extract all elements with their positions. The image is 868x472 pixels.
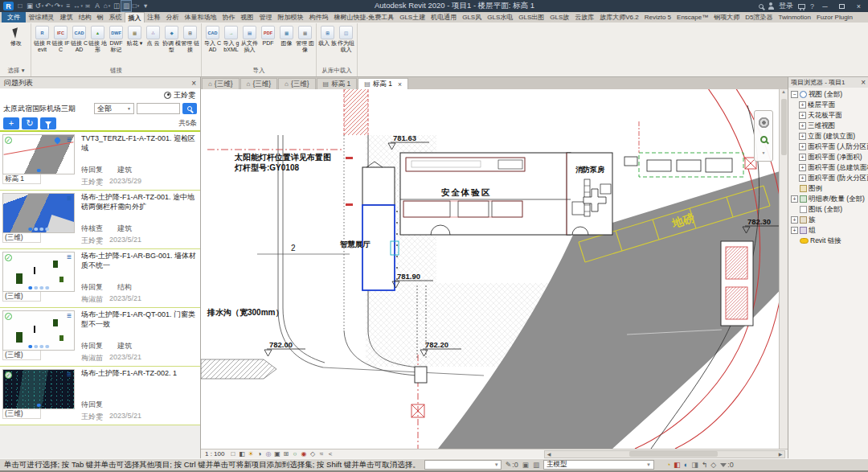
issue-thumbnail[interactable]: ✓≡ bbox=[2, 252, 75, 292]
view-tab-1[interactable]: ⌂{三维} bbox=[240, 78, 278, 89]
image-button[interactable]: ▦图像 bbox=[277, 24, 296, 47]
editing-requests-indicator[interactable]: ✎:0 bbox=[506, 461, 518, 469]
design-option-selector[interactable]: 主模型▼ bbox=[543, 460, 654, 470]
show-constraints-icon[interactable]: ≈ bbox=[317, 449, 326, 458]
pagination-dot[interactable] bbox=[34, 286, 38, 290]
scale-control[interactable]: 1 : 100 bbox=[203, 450, 226, 458]
ribbon-tab-18[interactable]: GLS水电 bbox=[485, 12, 516, 23]
reveal-hidden-elements-icon[interactable]: ◉ bbox=[299, 449, 308, 458]
crop-view-icon[interactable]: ▣ bbox=[272, 449, 281, 458]
tree-expander-icon[interactable]: + bbox=[799, 164, 806, 171]
issue-card-2[interactable]: ✓≡(三维)场布-土护降-F1-AR-BG-001. 墙体材质不统一待回复结构梅… bbox=[0, 249, 200, 308]
ribbon-tab-15[interactable]: GLS土建 bbox=[397, 12, 428, 23]
navigation-bar[interactable]: ▼ bbox=[754, 110, 773, 162]
tree-expander-icon[interactable]: + bbox=[799, 174, 806, 182]
add-issue-button[interactable]: + bbox=[3, 117, 19, 129]
pagination-dot[interactable] bbox=[34, 345, 38, 349]
redo-icon[interactable]: ↷▾ bbox=[54, 1, 63, 11]
select-links-icon[interactable]: ↰ bbox=[702, 460, 708, 470]
pagination-dot[interactable] bbox=[37, 169, 41, 173]
ribbon-tab-12[interactable]: 附加模块 bbox=[275, 12, 306, 23]
import-gbxml-button[interactable]: →导入 gbXML bbox=[222, 24, 240, 53]
pagination-dot[interactable] bbox=[34, 228, 38, 232]
tree-node-10[interactable]: +明细表/数量 (全部) bbox=[788, 194, 868, 204]
ribbon-tab-16[interactable]: 机电通用 bbox=[428, 12, 460, 23]
tree-node-11[interactable]: 图纸 (全部) bbox=[788, 204, 868, 215]
tree-node-1[interactable]: +楼层平面 bbox=[788, 100, 868, 110]
card-menu-icon[interactable]: ≡ bbox=[67, 370, 72, 379]
search-icon[interactable] bbox=[759, 4, 764, 9]
dwf-markup-button[interactable]: DWFDWF 标记 bbox=[107, 24, 125, 53]
tree-expander-icon[interactable]: − bbox=[791, 91, 798, 98]
aligned-dimension-icon[interactable]: ≍ bbox=[83, 1, 92, 11]
tree-expander-icon[interactable]: + bbox=[799, 133, 806, 140]
pagination-dot[interactable] bbox=[39, 345, 43, 349]
tree-node-4[interactable]: +立面 (建筑立面) bbox=[788, 131, 868, 142]
link-cad-button[interactable]: CAD链接 CAD bbox=[70, 24, 88, 53]
ribbon-tab-6[interactable]: 注释 bbox=[145, 12, 163, 23]
thin-lines-icon[interactable]: ▥ bbox=[121, 1, 131, 11]
issue-thumbnail[interactable]: ✓≡ bbox=[2, 310, 75, 351]
pagination-dot[interactable] bbox=[37, 404, 41, 408]
ribbon-tab-25[interactable]: 钢项大师 bbox=[711, 12, 743, 23]
tree-node-14[interactable]: Revit 链接 bbox=[788, 236, 868, 246]
scroll-left-icon[interactable]: ◀ bbox=[545, 451, 553, 457]
editing-requests-icon[interactable]: ◧ bbox=[674, 460, 681, 470]
tree-node-6[interactable]: +面积平面 (净面积) bbox=[788, 152, 868, 162]
issue-card-0[interactable]: ✓≡标高 1TVT3_TERZL-F1-A-TZ-001. 迎检区域待回复建筑王… bbox=[0, 132, 200, 191]
tree-node-9[interactable]: 图例 bbox=[788, 183, 868, 194]
ribbon-tab-19[interactable]: GLS出图 bbox=[516, 12, 547, 23]
ribbon-tab-21[interactable]: 云族库 bbox=[572, 12, 597, 23]
tree-node-13[interactable]: +组 bbox=[788, 225, 868, 236]
sign-in-label[interactable]: 登录 bbox=[779, 1, 793, 11]
show-crop-region-icon[interactable]: ⊞ bbox=[281, 449, 290, 458]
open-icon[interactable]: □ bbox=[15, 1, 25, 11]
selection-filter-indicator[interactable]: :0 bbox=[720, 461, 734, 469]
issue-search-input[interactable] bbox=[137, 103, 180, 114]
pagination-dot[interactable] bbox=[45, 228, 49, 232]
view-tab-4[interactable]: ▤标高 1× bbox=[358, 78, 408, 89]
pagination-dot[interactable] bbox=[28, 345, 32, 349]
card-menu-icon[interactable]: ≡ bbox=[67, 311, 72, 320]
close-view-tab-icon[interactable]: × bbox=[398, 80, 402, 88]
measure-icon[interactable]: ↔▾ bbox=[73, 1, 83, 11]
print-icon[interactable]: ≡ bbox=[63, 1, 73, 11]
revit-app-menu-icon[interactable]: R bbox=[3, 2, 14, 10]
scroll-up-icon[interactable]: ▲ bbox=[781, 89, 786, 94]
load-family-button[interactable]: ⊞载入 族 bbox=[318, 24, 337, 47]
tree-expander-icon[interactable]: + bbox=[799, 101, 806, 109]
tree-expander-icon[interactable]: + bbox=[791, 195, 798, 203]
ribbon-tab-9[interactable]: 协作 bbox=[219, 12, 238, 23]
point-cloud-button[interactable]: ∴点 云 bbox=[144, 24, 162, 47]
ribbon-tab-5[interactable]: 插入 bbox=[125, 12, 145, 23]
view-tab-0[interactable]: ⌂{三维} bbox=[202, 78, 240, 89]
issue-thumbnail[interactable]: ✓≡ bbox=[2, 134, 75, 174]
tree-node-3[interactable]: +三维视图 bbox=[788, 121, 868, 131]
customize-quick-access-icon[interactable]: ▾ bbox=[141, 1, 150, 11]
modify-cursor-button[interactable]: 修改 bbox=[3, 24, 29, 47]
issue-card-1[interactable]: ≡(三维)场布-土护降-F1-AR-TZ-001. 途中地磅两侧栏杆需向外扩待核… bbox=[0, 191, 200, 249]
sync-icon[interactable]: ↺▾ bbox=[35, 1, 44, 11]
file-tab[interactable]: 文件 bbox=[2, 12, 26, 23]
tree-expander-icon[interactable]: + bbox=[791, 227, 798, 234]
ribbon-tab-28[interactable]: Fuzor Plugin bbox=[813, 12, 855, 23]
filter-issues-button[interactable] bbox=[40, 117, 56, 129]
tree-node-2[interactable]: +天花板平面 bbox=[788, 110, 868, 121]
issue-thumbnail[interactable]: ✓≡ bbox=[2, 369, 75, 409]
section-icon[interactable]: ◫ bbox=[112, 1, 121, 11]
sun-path-icon[interactable]: ☀ bbox=[246, 449, 255, 458]
scroll-right-icon[interactable]: ▶ bbox=[776, 451, 784, 457]
ribbon-tab-11[interactable]: 管理 bbox=[256, 12, 275, 23]
pagination-dot[interactable] bbox=[28, 228, 32, 232]
ribbon-tab-13[interactable]: 构件坞 bbox=[306, 12, 331, 23]
tree-expander-icon[interactable]: + bbox=[799, 112, 806, 119]
temporary-hide-isolate-icon[interactable]: ○ bbox=[290, 449, 299, 458]
ribbon-tab-27[interactable]: Twinmotion bbox=[776, 12, 813, 23]
rendering-icon[interactable]: ◎ bbox=[264, 449, 272, 458]
tree-expander-icon[interactable]: + bbox=[799, 154, 806, 161]
link-revit-button[interactable]: R链接 Revit bbox=[33, 24, 51, 53]
ribbon-tab-22[interactable]: 族库大师V6.2 bbox=[597, 12, 641, 23]
text-icon[interactable]: A bbox=[92, 1, 102, 11]
tree-node-7[interactable]: +面积平面 (总建筑面积) bbox=[788, 162, 868, 173]
design-options-icon[interactable]: ▥ bbox=[533, 461, 539, 469]
